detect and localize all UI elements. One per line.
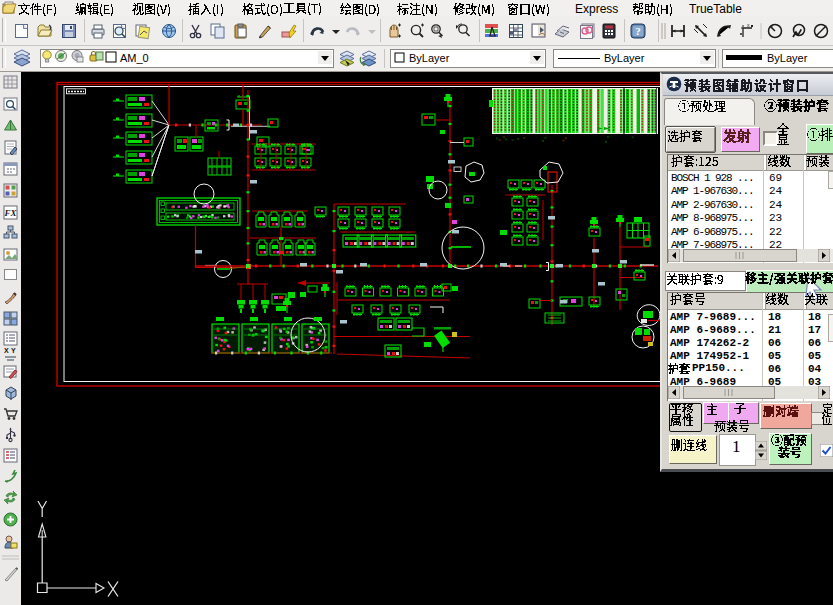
svg-text:X: X — [4, 347, 9, 354]
svg-text:FX: FX — [3, 208, 17, 218]
svg-text:x: x — [747, 22, 750, 28]
svg-text:?: ? — [635, 25, 641, 37]
svg-text:Y: Y — [11, 347, 16, 354]
